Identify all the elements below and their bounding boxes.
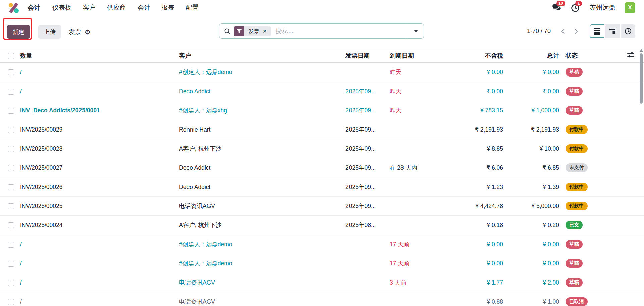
col-due-date[interactable]: 到期日期 — [385, 49, 435, 63]
row-checkbox[interactable] — [8, 299, 14, 305]
nav-item-reporting[interactable]: 报表 — [162, 3, 174, 12]
app-name[interactable]: 会计 — [28, 3, 40, 12]
activities-clock-icon[interactable]: 1 — [571, 3, 580, 12]
table-row[interactable]: INV/2025/00028A客户, 杭州下沙2025年09...¥ 8.85¥… — [0, 139, 644, 158]
table-header-row: 数量 客户 发票日期 到期日期 不含税 总计 状态 — [0, 49, 644, 63]
kanban-view-button[interactable] — [605, 24, 620, 38]
row-checkbox[interactable] — [8, 184, 14, 190]
scrollbar-thumb[interactable] — [640, 53, 643, 104]
table-row[interactable]: /#创建人：远鼎demo17 天前¥ 0.00¥ 0.00草稿 — [0, 254, 644, 273]
invoice-date-cell: 2025年08... — [341, 216, 385, 235]
app-logo-icon[interactable] — [9, 2, 19, 13]
untaxed-amount-cell: ¥ 783.15 — [435, 101, 503, 120]
new-button[interactable]: 新建 — [7, 25, 30, 39]
nav-item-customers[interactable]: 客户 — [83, 3, 96, 12]
col-number[interactable]: 数量 — [15, 49, 174, 63]
status-badge: 付款中 — [566, 202, 588, 210]
list-view-button[interactable] — [590, 24, 604, 38]
total-amount-cell: ₹ 0.00 — [503, 82, 559, 101]
table-row[interactable]: /Deco Addict2025年09...昨天₹ 0.00₹ 0.00草稿 — [0, 82, 644, 101]
untaxed-amount-cell: ¥ 4,424.78 — [435, 197, 503, 216]
total-amount-cell: ¥ 1.00 — [503, 292, 559, 306]
table-row[interactable]: /#创建人：远鼎demo17 天前¥ 0.00¥ 0.00草稿 — [0, 235, 644, 254]
invoice-number-cell: / — [15, 254, 174, 273]
col-status[interactable]: 状态 — [559, 49, 614, 63]
messages-count-badge: 10 — [556, 1, 565, 6]
vertical-scrollbar[interactable] — [639, 49, 643, 306]
row-checkbox[interactable] — [8, 127, 14, 133]
messages-icon[interactable]: 10 — [552, 3, 561, 12]
upload-button[interactable]: 上传 — [38, 25, 61, 39]
customer-cell: 电话资讯AGV — [174, 197, 341, 216]
table-row[interactable]: /电话资讯AGV¥ 0.88¥ 1.00已取消 — [0, 292, 644, 306]
invoice-number-cell: INV/2025/00027 — [15, 158, 174, 177]
search-bar: 发票 ✕ — [219, 23, 424, 39]
activity-view-icon — [625, 28, 632, 35]
filter-facet-label: 发票 — [244, 28, 263, 35]
untaxed-amount-cell: ₹ 6.06 — [435, 158, 503, 177]
untaxed-amount-cell: ¥ 0.00 — [435, 235, 503, 254]
due-date-cell — [385, 120, 435, 139]
view-settings-gear-icon[interactable]: ⚙ — [85, 29, 91, 35]
row-checkbox[interactable] — [8, 280, 14, 286]
user-avatar[interactable]: X — [625, 2, 635, 13]
row-checkbox-cell — [0, 177, 15, 197]
status-cell: 草稿 — [559, 63, 614, 82]
company-name[interactable]: 苏州远鼎 — [590, 3, 615, 12]
table-row[interactable]: /#创建人：远鼎demo昨天¥ 0.00¥ 0.00草稿 — [0, 63, 644, 82]
table-row[interactable]: INV/2025/00024A客户, 杭州下沙2025年08...¥ 0.18¥… — [0, 216, 644, 235]
nav-item-accounting[interactable]: 会计 — [138, 3, 150, 12]
adjust-columns-icon[interactable] — [627, 52, 635, 60]
filter-remove-icon[interactable]: ✕ — [263, 28, 271, 34]
table-row[interactable]: INV/2025/00029Ronnie Hart2025年09...₹ 2,1… — [0, 120, 644, 139]
search-filter-facet: 发票 ✕ — [234, 26, 271, 36]
scrollbar-up-arrow-icon[interactable] — [640, 49, 643, 52]
row-checkbox[interactable] — [8, 69, 14, 75]
activity-view-button[interactable] — [621, 24, 635, 38]
pager-previous-button[interactable] — [559, 27, 568, 36]
row-checkbox[interactable] — [8, 222, 14, 228]
status-badge: 草稿 — [566, 68, 583, 76]
invoice-number-cell: INV/2025/00029 — [15, 120, 174, 139]
nav-item-vendors[interactable]: 供应商 — [107, 3, 126, 12]
nav-item-configuration[interactable]: 配置 — [186, 3, 199, 12]
col-invoice-date[interactable]: 发票日期 — [341, 49, 385, 63]
row-checkbox[interactable] — [8, 165, 14, 171]
customer-cell: A客户, 杭州下沙 — [174, 139, 341, 158]
table-row[interactable]: INV/2025/00025电话资讯AGV2025年09...¥ 4,424.7… — [0, 197, 644, 216]
kanban-view-icon — [609, 28, 616, 34]
col-total[interactable]: 总计 — [503, 49, 559, 63]
row-checkbox[interactable] — [8, 242, 14, 248]
untaxed-amount-cell: ¥ 0.18 — [435, 216, 503, 235]
nav-item-dashboard[interactable]: 仪表板 — [52, 3, 71, 12]
row-checkbox[interactable] — [8, 203, 14, 209]
search-input[interactable] — [275, 28, 408, 35]
view-switcher — [590, 24, 635, 38]
total-amount-cell: ¥ 0.00 — [503, 63, 559, 82]
search-dropdown-toggle[interactable] — [408, 24, 424, 38]
invoice-number-cell: / — [15, 63, 174, 82]
row-checkbox-cell — [0, 273, 15, 292]
table-row[interactable]: INV/2025/00027Deco Addict2025年09...在 28 … — [0, 158, 644, 177]
customer-cell: Deco Addict — [174, 82, 341, 101]
table-row[interactable]: INV/2025/00026Deco Addict2025年09...¥ 1.2… — [0, 177, 644, 197]
row-checkbox[interactable] — [8, 89, 14, 95]
table-row[interactable]: INV_Deco Addicts/2025/0001#创建人：远鼎xhg2025… — [0, 101, 644, 120]
list-view-icon — [594, 28, 600, 34]
total-amount-cell: ₹ 2,191.93 — [503, 120, 559, 139]
due-date-cell — [385, 197, 435, 216]
pager-next-button[interactable] — [572, 27, 580, 36]
status-cell: 草稿 — [559, 101, 614, 120]
customer-cell: Deco Addict — [174, 158, 341, 177]
row-checkbox[interactable] — [8, 108, 14, 114]
row-checkbox[interactable] — [8, 146, 14, 152]
select-all-checkbox[interactable] — [8, 53, 14, 59]
customer-cell: #创建人：远鼎demo — [174, 254, 341, 273]
invoice-number-cell: / — [15, 235, 174, 254]
row-checkbox[interactable] — [8, 261, 14, 267]
status-cell: 草稿 — [559, 82, 614, 101]
table-row[interactable]: /电话资讯AGV3 天前¥ 1.77¥ 2.00草稿 — [0, 273, 644, 292]
col-customer[interactable]: 客户 — [174, 49, 341, 63]
col-untaxed[interactable]: 不含税 — [435, 49, 503, 63]
row-checkbox-cell — [0, 101, 15, 120]
